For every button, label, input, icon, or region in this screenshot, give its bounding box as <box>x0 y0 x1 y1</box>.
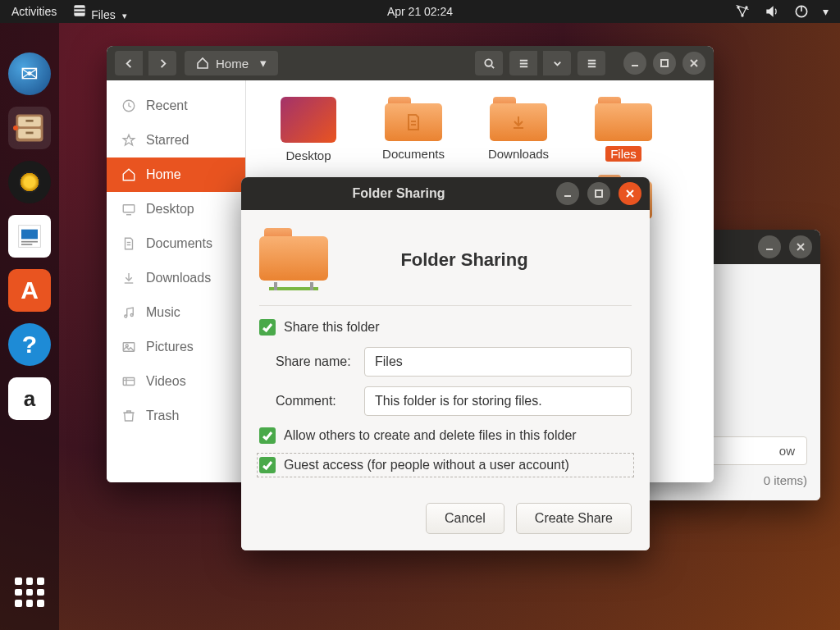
share-maximize-button[interactable] <box>587 182 610 205</box>
dock-rhythmbox[interactable] <box>8 161 51 203</box>
tile-downloads[interactable]: Downloads <box>466 97 571 163</box>
sidebar-item-label: Starred <box>146 133 189 148</box>
svg-line-22 <box>491 66 494 68</box>
home-icon <box>121 167 136 182</box>
tile-desktop[interactable]: Desktop <box>256 97 361 163</box>
share-name-input[interactable] <box>364 347 632 377</box>
sidebar-item-label: Music <box>146 305 180 320</box>
window-close-button[interactable] <box>682 52 705 75</box>
clock[interactable]: Apr 21 02:24 <box>387 5 453 18</box>
sidebar-item-trash[interactable]: Trash <box>107 399 245 433</box>
svg-rect-0 <box>75 5 85 16</box>
tile-label: Files <box>605 146 641 162</box>
sidebar-item-downloads[interactable]: Downloads <box>107 261 245 295</box>
comment-input[interactable] <box>364 386 632 416</box>
sidebar-item-documents[interactable]: Documents <box>107 226 245 261</box>
share-titlebar[interactable]: Folder Sharing <box>241 177 650 210</box>
path-label: Home <box>216 57 249 71</box>
dock: ✉ A ? a <box>0 23 59 630</box>
dock-software[interactable]: A <box>8 269 51 312</box>
properties-minimize-button[interactable] <box>758 235 781 258</box>
share-window-title: Folder Sharing <box>249 186 548 201</box>
shared-folder-icon <box>259 228 328 292</box>
view-list-button[interactable] <box>509 51 537 75</box>
create-share-button[interactable]: Create Share <box>516 503 632 534</box>
sidebar-item-starred[interactable]: Starred <box>107 123 245 158</box>
view-menu-button[interactable] <box>543 51 571 75</box>
sidebar-item-label: Home <box>146 167 181 182</box>
sidebar-item-desktop[interactable]: Desktop <box>107 192 245 226</box>
nav-back-button[interactable] <box>115 51 143 75</box>
star-icon <box>121 133 136 148</box>
share-name-label: Share name: <box>259 354 354 369</box>
app-menu[interactable]: Files <box>71 2 126 21</box>
files-titlebar[interactable]: Home ▾ <box>107 46 714 80</box>
volume-icon[interactable] <box>764 3 780 20</box>
checkbox-label: Allow others to create and delete files … <box>284 428 577 443</box>
dock-thunderbird[interactable]: ✉ <box>8 52 51 95</box>
sidebar-item-label: Pictures <box>146 340 194 354</box>
guest-access-checkbox[interactable]: Guest access (for people without a user … <box>259 455 632 475</box>
folder-sharing-dialog: Folder Sharing Folder Sharing Share this… <box>241 177 650 550</box>
dock-help[interactable]: ? <box>8 323 51 366</box>
sidebar-item-label: Recent <box>146 98 188 113</box>
dock-files[interactable] <box>8 107 51 149</box>
svg-rect-17 <box>21 244 32 245</box>
window-minimize-button[interactable] <box>623 52 646 75</box>
dock-libreoffice-writer[interactable] <box>8 215 51 258</box>
svg-point-41 <box>125 315 127 317</box>
home-icon <box>196 57 209 70</box>
share-this-folder-checkbox[interactable]: Share this folder <box>259 317 632 337</box>
sidebar-item-music[interactable]: Music <box>107 295 245 330</box>
tile-files[interactable]: Files <box>571 97 676 163</box>
activities-button[interactable]: Activities <box>11 5 57 18</box>
svg-rect-1 <box>75 7 85 9</box>
file-cabinet-icon <box>11 110 48 146</box>
sidebar-item-pictures[interactable]: Pictures <box>107 330 245 364</box>
sidebar-item-label: Desktop <box>146 202 194 217</box>
svg-rect-2 <box>75 11 85 12</box>
hamburger-menu-button[interactable] <box>578 51 605 75</box>
dock-amazon[interactable]: a <box>8 377 51 420</box>
properties-close-button[interactable] <box>789 235 812 258</box>
video-icon <box>121 374 136 389</box>
comment-label: Comment: <box>259 394 354 409</box>
svg-point-21 <box>485 59 491 66</box>
tile-label: Downloads <box>483 146 554 162</box>
network-icon[interactable] <box>734 3 751 20</box>
tile-documents[interactable]: Documents <box>361 97 466 163</box>
window-maximize-button[interactable] <box>653 52 676 75</box>
svg-rect-56 <box>596 190 602 197</box>
svg-rect-30 <box>661 60 668 66</box>
sidebar-item-label: Downloads <box>146 271 211 285</box>
picture-icon <box>121 340 136 354</box>
clock-icon <box>121 98 136 113</box>
folder-icon <box>385 97 442 141</box>
sidebar-item-home[interactable]: Home <box>107 158 245 192</box>
svg-rect-16 <box>21 241 38 243</box>
allow-others-checkbox[interactable]: Allow others to create and delete files … <box>259 426 632 445</box>
nav-forward-button[interactable] <box>148 51 176 75</box>
search-button[interactable] <box>475 51 503 75</box>
checkbox-label: Guest access (for people without a user … <box>284 458 569 472</box>
svg-rect-13 <box>25 132 33 135</box>
tile-label: Desktop <box>281 148 336 163</box>
power-icon[interactable] <box>793 3 810 20</box>
svg-rect-45 <box>123 378 135 386</box>
download-icon <box>121 271 136 285</box>
system-menu-caret-icon[interactable]: ▾ <box>823 5 829 18</box>
share-minimize-button[interactable] <box>556 182 579 205</box>
cancel-button[interactable]: Cancel <box>426 503 504 534</box>
show-applications-button[interactable] <box>15 578 44 607</box>
sidebar-item-videos[interactable]: Videos <box>107 364 245 399</box>
music-icon <box>121 305 136 320</box>
path-bar[interactable]: Home ▾ <box>185 51 278 75</box>
sidebar-item-recent[interactable]: Recent <box>107 89 245 123</box>
files-app-icon <box>71 2 88 19</box>
svg-point-42 <box>130 314 133 317</box>
desktop-icon <box>121 202 136 217</box>
share-close-button[interactable] <box>619 182 641 205</box>
sidebar-item-label: Videos <box>146 374 186 389</box>
checkmark-icon <box>259 457 276 473</box>
top-bar: Activities Files Apr 21 02:24 ▾ <box>0 0 840 23</box>
